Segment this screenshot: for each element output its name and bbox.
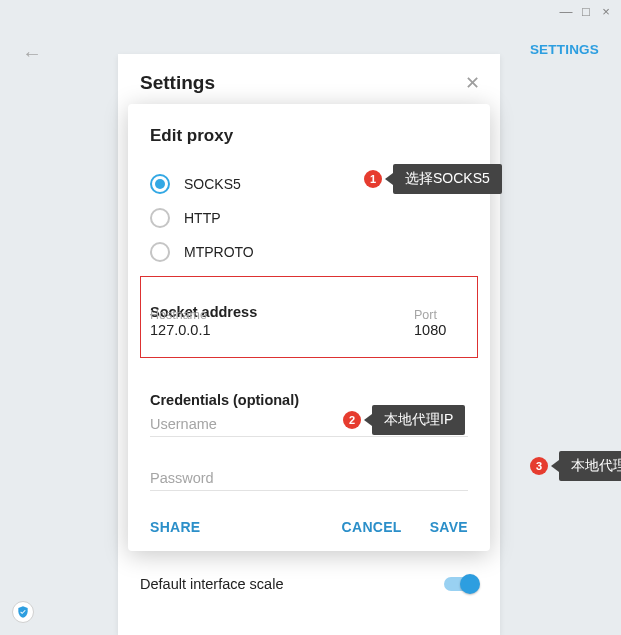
hostname-label: Hostname	[150, 308, 210, 322]
radio-icon	[150, 242, 170, 262]
callout-text: 本地代理默认端口	[559, 451, 621, 481]
hostname-value: 127.0.0.1	[150, 322, 210, 338]
save-button[interactable]: SAVE	[430, 519, 468, 535]
modal-footer: SHARE CANCEL SAVE	[128, 505, 490, 551]
hostname-field[interactable]: Hostname 127.0.0.1	[150, 308, 210, 338]
radio-label: MTPROTO	[184, 244, 254, 260]
port-value: 1080	[414, 322, 446, 338]
share-button[interactable]: SHARE	[150, 519, 201, 535]
port-label: Port	[414, 308, 446, 322]
credentials-label: Credentials (optional)	[150, 392, 299, 408]
callout-arrow-icon	[551, 460, 559, 472]
proxy-type-http[interactable]: HTTP	[150, 202, 468, 234]
callout-badge: 2	[343, 411, 361, 429]
radio-label: SOCKS5	[184, 176, 241, 192]
radio-label: HTTP	[184, 210, 221, 226]
callout-text: 选择SOCKS5	[393, 164, 502, 194]
shield-icon[interactable]	[12, 601, 34, 623]
callout-3: 3 本地代理默认端口	[530, 451, 621, 481]
port-field[interactable]: Port 1080	[414, 308, 446, 338]
cancel-button[interactable]: CANCEL	[342, 519, 402, 535]
proxy-type-mtproto[interactable]: MTPROTO	[150, 236, 468, 268]
callout-badge: 1	[364, 170, 382, 188]
callout-text: 本地代理IP	[372, 405, 465, 435]
callout-1: 1 选择SOCKS5	[364, 164, 502, 194]
modal-title: Edit proxy	[150, 126, 468, 146]
radio-icon	[150, 174, 170, 194]
callout-arrow-icon	[385, 173, 393, 185]
callout-badge: 3	[530, 457, 548, 475]
radio-icon	[150, 208, 170, 228]
password-input[interactable]	[150, 466, 468, 491]
callout-2: 2 本地代理IP	[343, 405, 465, 435]
callout-arrow-icon	[364, 414, 372, 426]
